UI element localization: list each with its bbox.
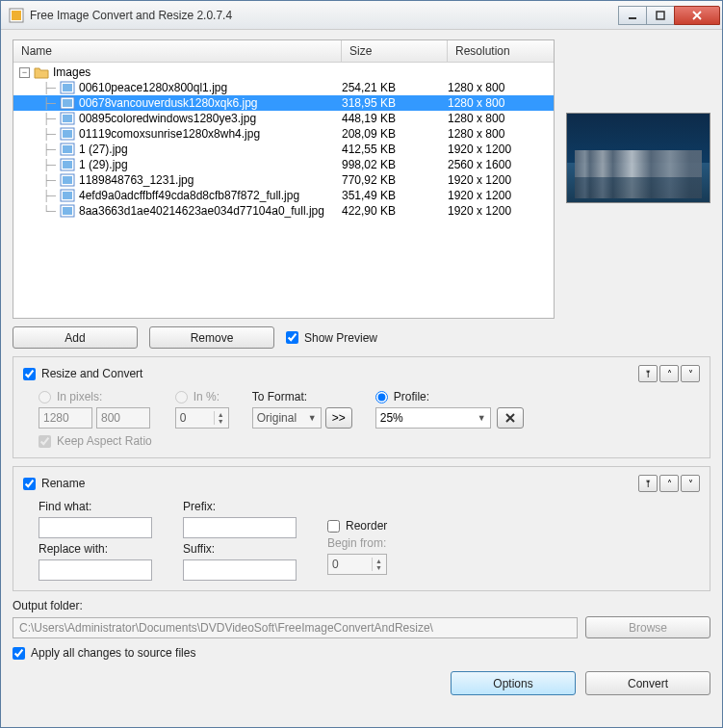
image-file-icon [60,81,75,94]
apply-format-button[interactable]: >> [325,407,352,429]
tree-branch-icon: ├─ [13,174,60,187]
rename-checkbox[interactable] [23,478,36,490]
begin-from-label: Begin from: [327,536,387,550]
resize-checkbox[interactable] [23,368,36,380]
keep-aspect-checkbox[interactable]: Keep Aspect Ratio [39,434,152,448]
file-resolution: 1920 x 1200 [448,204,554,218]
tree-branch-icon: ├─ [13,159,60,171]
file-resolution: 1920 x 1200 [448,143,554,156]
browse-button[interactable]: Browse [585,616,710,638]
file-row[interactable]: └─8aa3663d1ae40214623ae034d77104a0_full.… [13,203,554,219]
svg-rect-2 [629,17,636,19]
show-preview-checkbox[interactable]: Show Preview [286,331,377,345]
remove-button[interactable]: Remove [149,326,274,349]
file-resolution: 1920 x 1200 [448,173,554,187]
replace-with-input[interactable] [39,559,152,581]
delete-profile-button[interactable] [497,407,524,429]
file-resolution: 1280 x 800 [448,127,554,141]
nav-up-icon[interactable]: ˄ [659,475,679,492]
file-row[interactable]: ├─00610peace1280x800ql1.jpg254,21 KB1280… [13,80,554,95]
nav-up-icon[interactable]: ˄ [659,365,679,382]
file-row[interactable]: ├─1189848763_1231.jpg770,92 KB1920 x 120… [13,172,554,188]
file-row[interactable]: ├─00678vancouverdusk1280xqk6.jpg318,95 K… [13,95,554,111]
svg-rect-5 [63,84,72,91]
maximize-button[interactable] [646,6,675,25]
file-row[interactable]: ├─1 (29).jpg998,02 KB2560 x 1600 [13,157,554,172]
nav-down-icon[interactable]: ˅ [681,475,700,492]
find-what-label: Find what: [39,500,152,513]
expand-toggle[interactable]: − [19,67,30,78]
find-what-input[interactable] [39,517,152,538]
svg-rect-11 [63,130,72,138]
suffix-input[interactable] [183,559,297,581]
prefix-input[interactable] [183,517,297,538]
chevron-down-icon: ▼ [478,413,486,423]
content-area: Name Size Resolution − Images ├─00610pea… [1,30,722,727]
folder-icon [34,65,49,79]
image-file-icon [60,158,75,171]
file-name: 1 (27).jpg [79,143,342,156]
profile-select[interactable]: 25%▼ [375,407,491,429]
format-select[interactable]: Original▼ [252,407,322,429]
profile-radio[interactable]: Profile: [375,390,524,403]
close-button[interactable] [674,6,720,25]
file-row[interactable]: ├─01119comoxsunrise1280x8wh4.jpg208,09 K… [13,126,554,142]
height-input[interactable] [96,407,150,429]
tree-branch-icon: ├─ [13,97,60,110]
file-row[interactable]: ├─1 (27).jpg412,55 KB1920 x 1200 [13,142,554,157]
image-file-icon [60,112,75,125]
file-panel: Name Size Resolution − Images ├─00610pea… [13,39,710,319]
begin-from-input[interactable]: 0▲▼ [327,554,387,575]
spinner-icon[interactable]: ▲▼ [372,558,382,571]
apply-all-checkbox[interactable]: Apply all changes to source files [13,646,710,660]
percent-group: In %: 0▲▼ [175,390,229,429]
section-nav: ⤒ ˄ ˅ [638,365,700,382]
add-button[interactable]: Add [13,326,138,349]
percent-input[interactable]: 0▲▼ [175,407,229,429]
options-button[interactable]: Options [451,671,576,695]
file-size: 254,21 KB [342,81,448,94]
width-input[interactable] [39,407,92,429]
window-controls [619,6,720,25]
file-resolution: 1280 x 800 [448,112,554,125]
show-preview-input[interactable] [286,331,298,344]
file-list[interactable]: Name Size Resolution − Images ├─00610pea… [13,39,555,319]
svg-rect-7 [63,99,72,107]
svg-rect-3 [657,12,664,19]
window-title: Free Image Convert and Resize 2.0.7.4 [30,9,619,22]
nav-top-icon[interactable]: ⤒ [638,365,658,382]
prefix-label: Prefix: [183,500,297,513]
spinner-icon[interactable]: ▲▼ [214,411,224,425]
reorder-group: Reorder Begin from: 0▲▼ [327,500,387,581]
svg-rect-9 [63,115,72,122]
svg-rect-17 [63,176,72,184]
tree-branch-icon: ├─ [13,82,60,94]
resize-toggle[interactable]: Resize and Convert [23,367,142,380]
nav-down-icon[interactable]: ˅ [681,365,700,382]
in-percent-radio[interactable]: In %: [175,390,229,403]
folder-row[interactable]: − Images [13,65,554,80]
reorder-checkbox[interactable]: Reorder [327,519,387,533]
file-size: 318,95 KB [342,96,448,110]
col-name[interactable]: Name [13,40,342,62]
col-resolution[interactable]: Resolution [448,40,554,62]
file-row[interactable]: ├─00895coloredwindows1280ye3.jpg448,19 K… [13,111,554,126]
image-file-icon [60,96,75,110]
tree-branch-icon: ├─ [13,113,60,125]
col-size[interactable]: Size [342,40,448,62]
file-actions: Add Remove Show Preview [13,326,710,349]
rename-toggle[interactable]: Rename [23,477,85,490]
file-name: 01119comoxsunrise1280x8wh4.jpg [79,127,342,141]
nav-top-icon[interactable]: ⤒ [638,475,658,492]
file-row[interactable]: ├─4efd9a0adcffbff49cda8d8cfb87f872_full.… [13,188,554,203]
image-file-icon [60,189,75,202]
convert-button[interactable]: Convert [585,671,710,695]
in-pixels-radio[interactable]: In pixels: [39,390,152,403]
output-group: Output folder: C:\Users\Administrator\Do… [13,599,710,660]
minimize-button[interactable] [618,6,647,25]
resize-section: Resize and Convert ⤒ ˄ ˅ In pixels: Keep… [13,356,710,458]
svg-rect-13 [63,145,72,153]
chevron-down-icon: ▼ [308,413,317,423]
output-folder-label: Output folder: [13,599,710,612]
output-folder-input[interactable]: C:\Users\Administrator\Documents\DVDVide… [13,617,578,638]
